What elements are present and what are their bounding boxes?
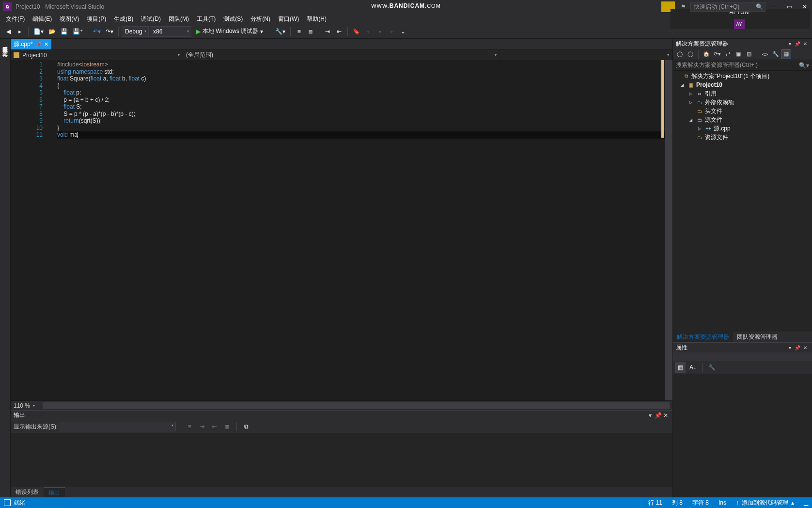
menu-生成(B)[interactable]: 生成(B) xyxy=(110,14,137,24)
se-collapse-icon[interactable]: ▣ xyxy=(734,49,743,59)
toolbar-icon-c[interactable]: ▫ xyxy=(386,26,397,37)
bookmark-icon[interactable]: 🔖 xyxy=(351,26,362,37)
vs-logo-icon: ⧉ xyxy=(3,2,12,11)
menu-编辑(E)[interactable]: 编辑(E) xyxy=(29,14,56,24)
panel-close-icon[interactable]: ✕ xyxy=(801,41,809,47)
sources-node[interactable]: ◢🗀源文件 xyxy=(673,115,812,124)
props-az-icon[interactable]: A↓ xyxy=(687,362,698,373)
right-tab-1[interactable]: 团队资源管理器 xyxy=(733,332,781,342)
comment-out-icon[interactable]: ≡ xyxy=(294,26,304,37)
nav-fwd-button[interactable]: ▸ xyxy=(15,26,25,37)
output-clear-icon[interactable]: ≡ xyxy=(184,421,195,432)
solution-search-input[interactable]: 搜索解决方案资源管理器(Ctrl+;)🔍▾ xyxy=(673,60,812,71)
menu-测试(S)[interactable]: 测试(S) xyxy=(219,14,247,24)
properties-grid[interactable] xyxy=(673,374,812,497)
resources-node[interactable]: 🗀资源文件 xyxy=(673,133,812,142)
output-pin-icon[interactable]: 📌 xyxy=(654,412,662,419)
change-indicator xyxy=(661,60,664,138)
start-debug-button[interactable]: ▶本地 Windows 调试器 ▾ xyxy=(192,26,267,37)
new-project-button[interactable]: 📄▾ xyxy=(31,26,46,37)
status-scm[interactable]: ↑添加到源代码管理▴ xyxy=(736,499,794,507)
nav-member-dropdown[interactable] xyxy=(500,50,672,60)
props-pin-icon[interactable]: 📌 xyxy=(794,345,801,350)
se-home-icon[interactable]: 🏠 xyxy=(702,49,711,59)
config-dropdown[interactable]: Debug xyxy=(122,26,149,37)
toolbar-icon-1[interactable]: 🔧▾ xyxy=(273,26,287,37)
solution-tree[interactable]: ⧉解决方案"Project10"(1 个项目) ◢▣Project10 ▷▪▪引… xyxy=(673,71,812,332)
output-i4-icon[interactable]: ≣ xyxy=(222,421,233,432)
zoom-level[interactable]: 110 % xyxy=(14,402,30,409)
pin-icon[interactable]: 📌 xyxy=(35,42,41,47)
bandicam-watermark: WWW.BANDICAM.COM xyxy=(371,1,441,10)
menu-团队(M)[interactable]: 团队(M) xyxy=(165,14,193,24)
se-showall-icon[interactable]: ▥ xyxy=(744,49,754,59)
nav-project-dropdown[interactable]: Project10 xyxy=(11,50,183,60)
output-dropdown-icon[interactable]: ▾ xyxy=(646,412,654,419)
toolbar-overflow[interactable]: ⌄ xyxy=(398,26,408,37)
solution-root[interactable]: ⧉解决方案"Project10"(1 个项目) xyxy=(673,72,812,80)
props-object-dropdown[interactable] xyxy=(673,352,812,361)
output-source-dropdown[interactable] xyxy=(60,422,176,431)
menu-工具(T)[interactable]: 工具(T) xyxy=(193,14,219,24)
props-close-icon[interactable]: ✕ xyxy=(801,345,809,350)
save-button[interactable]: 💾 xyxy=(59,26,70,37)
output-i3-icon[interactable]: ⇤ xyxy=(209,421,220,432)
platform-dropdown[interactable]: x86 xyxy=(150,26,191,37)
vertical-scrollbar[interactable] xyxy=(665,60,672,400)
save-all-button[interactable]: 💾⁺ xyxy=(71,26,85,37)
open-file-button[interactable]: 📂 xyxy=(47,26,58,37)
uncomment-icon[interactable]: ≣ xyxy=(305,26,316,37)
search-icon: 🔍 xyxy=(756,3,763,10)
output-body[interactable] xyxy=(11,433,672,487)
quick-launch-input[interactable]: 快速启动 (Ctrl+Q) 🔍 xyxy=(690,2,765,12)
redo-button[interactable]: ↷▾ xyxy=(104,26,115,37)
se-fwd-icon[interactable]: ◯ xyxy=(686,49,695,59)
menu-项目(P)[interactable]: 项目(P) xyxy=(83,14,110,24)
document-tab-source-cpp[interactable]: 源.cpp* 📌 ✕ xyxy=(11,39,51,49)
nav-scope-dropdown[interactable]: (全局范围) xyxy=(183,50,500,60)
se-sync-icon[interactable]: ⇄ xyxy=(723,49,733,59)
right-tab-0[interactable]: 解决方案资源管理器 xyxy=(673,332,733,342)
status-notify-icon[interactable]: ▁ xyxy=(804,499,808,506)
se-back-icon[interactable]: ◯ xyxy=(675,49,685,59)
menu-调试(D)[interactable]: 调试(D) xyxy=(137,14,165,24)
nav-back-button[interactable]: ◀ xyxy=(3,26,14,37)
panel-pin-icon[interactable]: 📌 xyxy=(794,41,801,47)
output-tab-0[interactable]: 错误列表 xyxy=(11,487,44,497)
output-tab-1[interactable]: 输出 xyxy=(44,487,65,497)
se-refresh-icon[interactable]: ⟳▾ xyxy=(712,49,722,59)
tab-close-icon[interactable]: ✕ xyxy=(44,41,48,48)
menu-视图(V)[interactable]: 视图(V) xyxy=(56,14,83,24)
outdent-icon[interactable]: ⇤ xyxy=(334,26,344,37)
zoom-dropdown-icon[interactable]: ▾ xyxy=(33,403,35,408)
headers-node[interactable]: 🗀头文件 xyxy=(673,107,812,115)
output-i5-icon[interactable]: ⧉ xyxy=(241,421,251,432)
panel-dropdown-icon[interactable]: ▾ xyxy=(786,41,794,47)
props-dropdown-icon[interactable]: ▾ xyxy=(786,345,794,350)
props-cat-icon[interactable]: ▦ xyxy=(675,362,686,373)
references-node[interactable]: ▷▪▪引用 xyxy=(673,89,812,98)
quick-launch-placeholder: 快速启动 (Ctrl+Q) xyxy=(694,3,739,11)
menu-帮助(H)[interactable]: 帮助(H) xyxy=(303,14,330,24)
undo-button[interactable]: ↶▾ xyxy=(91,26,103,37)
toolbar-icon-b[interactable]: ▫ xyxy=(375,26,385,37)
toolbox-rail[interactable]: 工具箱 xyxy=(0,47,10,48)
se-preview-icon[interactable]: ▦ xyxy=(781,49,791,59)
se-code-icon[interactable]: <> xyxy=(760,49,770,59)
menu-窗口(W)[interactable]: 窗口(W) xyxy=(274,14,303,24)
menu-文件(F)[interactable]: 文件(F) xyxy=(2,14,29,24)
external-deps-node[interactable]: ▷🗀外部依赖项 xyxy=(673,98,812,107)
project-node[interactable]: ◢▣Project10 xyxy=(673,80,812,89)
output-close-icon[interactable]: ✕ xyxy=(662,412,670,419)
menu-分析(N)[interactable]: 分析(N) xyxy=(247,14,274,24)
server-explorer-rail[interactable]: 服务器资源管理器 xyxy=(0,42,10,44)
source-file-node[interactable]: ▷++源.cpp xyxy=(673,124,812,133)
indent-icon[interactable]: ⇥ xyxy=(322,26,333,37)
user-avatar[interactable]: AY xyxy=(734,19,745,29)
se-prop-icon[interactable]: 🔧 xyxy=(771,49,781,59)
horizontal-scrollbar[interactable] xyxy=(43,402,670,409)
props-wrench-icon[interactable]: 🔧 xyxy=(706,362,718,373)
toolbar-icon-a[interactable]: ▫ xyxy=(363,26,374,37)
code-editor[interactable]: 1234567891011 #include<iostream>using na… xyxy=(11,60,672,400)
output-wrap-icon[interactable]: ⇥ xyxy=(197,421,207,432)
